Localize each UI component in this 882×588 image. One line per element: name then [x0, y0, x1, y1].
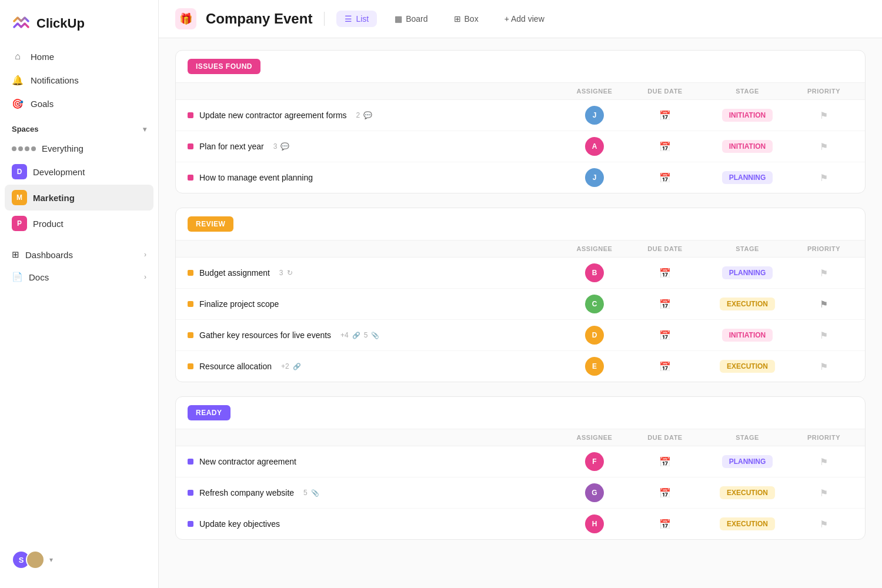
task-stage: EXECUTION: [700, 486, 794, 499]
task-stage: INITIATION: [700, 109, 794, 122]
task-assignee: J: [559, 168, 630, 187]
add-view-button[interactable]: + Add view: [496, 11, 553, 27]
sidebar-item-everything[interactable]: Everything: [5, 138, 153, 159]
col-header-priority: PRIORITY: [794, 245, 853, 252]
sidebar-item-dashboards-label: Dashboards: [25, 250, 73, 260]
task-meta: 5 📎: [303, 489, 319, 497]
task-name: Budget assignment 3 ↻: [188, 268, 559, 278]
link-icon: 🔗: [352, 332, 360, 339]
chevron-right-icon: ›: [144, 250, 146, 259]
avatar: B: [585, 263, 604, 282]
task-assignee: G: [559, 483, 630, 502]
task-name: Resource allocation +2 🔗: [188, 362, 559, 371]
calendar-icon: 📅: [659, 361, 671, 372]
group-badge-issues: ISSUES FOUND: [188, 59, 260, 74]
col-header-assignee: ASSIGNEE: [559, 245, 630, 252]
task-due-date: 📅: [630, 361, 700, 372]
calendar-icon: 📅: [659, 141, 671, 152]
table-row: Plan for next year 3 💬 A 📅 INITIATION ⚑: [176, 131, 865, 162]
list-view-icon: ☰: [345, 14, 352, 24]
avatar: E: [585, 357, 604, 376]
avatar: H: [585, 514, 604, 533]
task-assignee: J: [559, 106, 630, 125]
group-header-issues: ISSUES FOUND: [176, 51, 865, 83]
task-assignee: F: [559, 452, 630, 471]
task-name: Gather key resources for live events +4 …: [188, 330, 559, 340]
status-badge: EXECUTION: [720, 360, 775, 373]
project-icon: 🎁: [175, 8, 196, 29]
sidebar-item-development[interactable]: D Development: [5, 159, 153, 185]
task-priority: ⚑: [794, 361, 853, 372]
view-tab-board[interactable]: ▦ Board: [386, 11, 436, 27]
status-badge: PLANNING: [722, 455, 773, 468]
table-row: Update key objectives H 📅 EXECUTION ⚑: [176, 509, 865, 539]
table-row: Budget assignment 3 ↻ B 📅 PLANNING ⚑: [176, 258, 865, 289]
user-avatar-photo: [26, 550, 45, 569]
status-badge: EXECUTION: [720, 298, 775, 310]
flag-icon: ⚑: [820, 487, 828, 499]
task-dot: [188, 332, 193, 338]
page-header: 🎁 Company Event ☰ List ▦ Board ⊞ Box + A…: [159, 0, 882, 38]
board-view-label: Board: [406, 14, 427, 24]
col-header-duedate: DUE DATE: [630, 434, 700, 441]
sidebar-item-goals[interactable]: 🎯 Goals: [5, 92, 153, 115]
avatar: A: [585, 137, 604, 156]
flag-icon: ⚑: [820, 268, 828, 279]
main-content: 🎁 Company Event ☰ List ▦ Board ⊞ Box + A…: [159, 0, 882, 588]
docs-icon: 📄: [12, 272, 23, 282]
avatar: G: [585, 483, 604, 502]
task-due-date: 📅: [630, 456, 700, 467]
col-header-stage: STAGE: [700, 434, 794, 441]
flag-icon: ⚑: [820, 330, 828, 341]
group-header-review: REVIEW: [176, 208, 865, 240]
sidebar-item-notifications-label: Notifications: [31, 75, 79, 85]
col-header-task: [188, 88, 559, 95]
col-header-task: [188, 434, 559, 441]
group-badge-review: REVIEW: [188, 216, 233, 232]
task-due-date: 📅: [630, 519, 700, 530]
task-name: Update key objectives: [188, 519, 559, 529]
task-priority: ⚑: [794, 110, 853, 121]
task-priority: ⚑: [794, 330, 853, 341]
task-assignee: B: [559, 263, 630, 282]
table-row: New contractor agreement F 📅 PLANNING ⚑: [176, 446, 865, 477]
calendar-icon: 📅: [659, 456, 671, 467]
task-meta: 3 💬: [273, 142, 290, 151]
task-dot: [188, 175, 193, 181]
status-badge: EXECUTION: [720, 486, 775, 499]
chevron-right-icon: ›: [144, 273, 146, 281]
task-name: How to manage event planning: [188, 173, 559, 182]
status-badge: INITIATION: [722, 329, 773, 342]
task-due-date: 📅: [630, 487, 700, 499]
task-priority: ⚑: [794, 519, 853, 530]
sidebar-item-home[interactable]: ⌂ Home: [5, 45, 153, 68]
task-priority: ⚑: [794, 299, 853, 310]
sidebar-item-dashboards[interactable]: ⊞ Dashboards ›: [0, 243, 158, 266]
table-row: Refresh company website 5 📎 G 📅 EXECUTIO…: [176, 477, 865, 509]
sidebar-item-notifications[interactable]: 🔔 Notifications: [5, 68, 153, 92]
task-meta: 2 💬: [356, 111, 373, 119]
task-dot: [188, 112, 193, 118]
clickup-logo-icon: [12, 14, 31, 33]
task-dot: [188, 490, 193, 496]
col-header-duedate: DUE DATE: [630, 245, 700, 252]
paperclip-icon: 📎: [371, 332, 379, 339]
col-headers-issues: ASSIGNEE DUE DATE STAGE PRIORITY: [176, 83, 865, 100]
marketing-space-icon: M: [12, 190, 27, 205]
col-header-assignee: ASSIGNEE: [559, 88, 630, 95]
user-dropdown-icon[interactable]: ▾: [49, 556, 53, 564]
sidebar-item-product[interactable]: P Product: [5, 211, 153, 236]
view-tab-box[interactable]: ⊞ Box: [446, 11, 487, 27]
sidebar-item-marketing[interactable]: M Marketing: [5, 185, 153, 211]
list-view-label: List: [356, 14, 369, 24]
flag-icon: ⚑: [820, 361, 828, 372]
task-stage: EXECUTION: [700, 298, 794, 310]
view-tab-list[interactable]: ☰ List: [336, 11, 377, 27]
col-headers-ready: ASSIGNEE DUE DATE STAGE PRIORITY: [176, 429, 865, 446]
sidebar-item-docs[interactable]: 📄 Docs ›: [0, 266, 158, 288]
spaces-list: Everything D Development M Marketing P P…: [0, 138, 158, 236]
flag-icon: ⚑: [820, 172, 828, 183]
sidebar-item-product-label: Product: [33, 219, 64, 229]
task-meta: 3 ↻: [279, 269, 293, 277]
chevron-down-icon: ▾: [143, 125, 146, 133]
